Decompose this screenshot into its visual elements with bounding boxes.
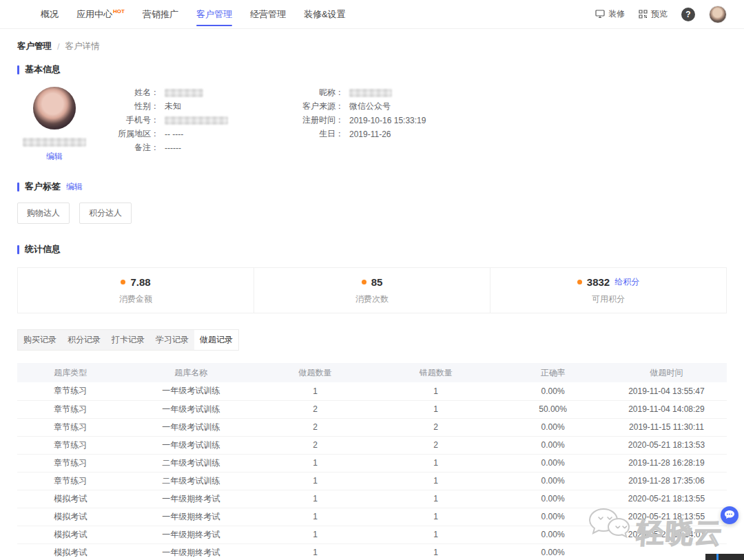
table-cell: 1 [258, 508, 372, 526]
tab-purchase-records[interactable]: 购买记录 [18, 330, 62, 350]
table-cell: 模拟考试 [17, 490, 124, 508]
field-label: 备注： [107, 142, 159, 154]
give-points-link[interactable]: 给积分 [614, 276, 639, 288]
customer-tag: 积分达人 [79, 203, 132, 224]
top-navbar: 概况应用中心HOT营销推广客户管理经营管理装修&设置 装修 预览 ? [0, 0, 744, 29]
table-header-cell: 题库类型 [17, 363, 124, 382]
table-cell: 1 [258, 382, 372, 400]
table-cell: 章节练习 [17, 382, 124, 400]
table-cell: 1 [372, 472, 499, 490]
field-row: 生日：2019-11-26 [291, 129, 519, 138]
edit-tags-link[interactable]: 编辑 [66, 181, 83, 193]
stat-label: 可用积分 [592, 293, 625, 305]
tag-row: 购物达人积分达人 [17, 203, 727, 224]
hot-badge: HOT [113, 8, 125, 14]
field-label: 手机号： [107, 114, 159, 126]
field-value: -- ---- [165, 129, 183, 139]
help-button[interactable]: ? [681, 8, 695, 21]
stat-item: 85消费次数 [254, 268, 490, 313]
tab-study-records[interactable]: 学习记录 [150, 330, 194, 350]
table-cell: 2019-11-04 14:08:29 [606, 400, 727, 418]
table-header-cell: 错题数量 [372, 363, 499, 382]
table-cell: 2020-05-21 18:13:55 [606, 490, 727, 508]
edit-profile-link[interactable]: 编辑 [46, 151, 63, 163]
field-label: 昵称： [291, 87, 344, 98]
table-cell: 1 [372, 400, 499, 418]
table-cell: 0.00% [499, 436, 606, 454]
corner-bar-progress-tick [716, 554, 719, 560]
table-cell: 一年级考试训练 [124, 418, 259, 436]
redacted-value [165, 89, 203, 97]
preview-label: 预览 [651, 8, 668, 20]
nav-item-business-management[interactable]: 经营管理 [250, 0, 286, 30]
breadcrumb-separator: / [57, 42, 59, 52]
table-cell: 2020-05-21 18:13:55 [606, 508, 727, 526]
table-cell: 1 [372, 382, 499, 400]
nav-item-customer-management[interactable]: 客户管理 [196, 0, 232, 30]
table-cell: 2 [258, 436, 372, 454]
field-row: 性别：未知 [107, 102, 291, 111]
field-value: 微信公众号 [349, 101, 391, 112]
table-cell: 2 [258, 400, 372, 418]
statistics-title-text: 统计信息 [25, 243, 61, 256]
preview-button[interactable]: 预览 [639, 8, 668, 20]
nav-item-decorate-settings[interactable]: 装修&设置 [304, 0, 346, 30]
main-nav: 概况应用中心HOT营销推广客户管理经营管理装修&设置 [41, 0, 346, 30]
tab-checkin-records[interactable]: 打卡记录 [106, 330, 150, 350]
table-cell: 1 [258, 454, 372, 472]
orange-dot-icon [577, 280, 582, 284]
table-cell: 1 [258, 526, 372, 543]
stat-value-row: 7.88 [121, 276, 150, 288]
table-cell: 一年级考试训练 [124, 400, 259, 418]
basic-info-block: 编辑 姓名：性别：未知手机号：所属地区：-- ----备注：------ 昵称：… [17, 87, 727, 163]
field-label: 生日： [291, 128, 344, 140]
field-row: 客户来源：微信公众号 [291, 102, 519, 111]
table-cell: 1 [258, 472, 372, 490]
table-cell: 2019-11-28 17:35:06 [606, 472, 727, 490]
field-value: 未知 [165, 101, 181, 112]
table-cell: 一年级期终考试 [124, 490, 259, 508]
field-label: 注册时间： [291, 114, 344, 126]
statistics-title: 统计信息 [17, 243, 727, 256]
table-cell: 1 [372, 543, 499, 560]
table-cell: 模拟考试 [17, 526, 124, 543]
field-row: 所属地区：-- ---- [107, 129, 291, 138]
customer-avatar-column: 编辑 [17, 87, 92, 163]
stat-item: 3832给积分可用积分 [490, 268, 726, 313]
table-header-cell: 正确率 [499, 363, 606, 382]
nav-item-overview[interactable]: 概况 [41, 0, 59, 30]
table-cell: 0.00% [499, 382, 606, 400]
table-cell: 2 [372, 418, 499, 436]
field-label: 性别： [107, 101, 159, 112]
chat-bubble-button[interactable] [721, 506, 738, 524]
customer-tag: 购物达人 [17, 203, 70, 224]
table-cell: 2020-05-21 18:14:01 [606, 526, 727, 543]
tab-points-records[interactable]: 积分记录 [62, 330, 106, 350]
table-cell: 1 [258, 490, 372, 508]
breadcrumb-customer-management[interactable]: 客户管理 [17, 41, 52, 52]
stat-value: 85 [371, 276, 383, 288]
monitor-icon [595, 10, 605, 19]
table-row: 模拟考试一年级期终考试110.00%2020-05-21 18:13:55 [17, 508, 727, 526]
navbar-right: 装修 预览 ? [595, 6, 727, 23]
qrcode-icon [639, 10, 648, 19]
table-row: 章节练习一年级考试训练2150.00%2019-11-04 14:08:29 [17, 400, 727, 418]
table-row: 章节练习一年级考试训练220.00%2019-11-15 11:30:11 [17, 418, 727, 436]
table-cell: 0.00% [499, 508, 606, 526]
stat-value-row: 85 [362, 276, 383, 288]
table-cell: 0.00% [499, 472, 606, 490]
user-avatar[interactable] [709, 6, 727, 23]
field-label: 所属地区： [107, 128, 159, 140]
table-row: 模拟考试一年级期终考试110.00% [17, 543, 727, 560]
decorate-button[interactable]: 装修 [595, 8, 625, 20]
redacted-customer-name [23, 138, 86, 147]
table-cell: 2019-11-15 11:30:11 [606, 418, 727, 436]
table-cell: 0.00% [499, 418, 606, 436]
nav-item-marketing-promotion[interactable]: 营销推广 [143, 0, 178, 30]
table-cell: 1 [372, 526, 499, 543]
nav-item-app-center[interactable]: 应用中心HOT [76, 0, 125, 30]
tab-quiz-records[interactable]: 做题记录 [194, 330, 238, 350]
field-label: 客户来源： [291, 101, 344, 112]
table-row: 章节练习二年级考试训练110.00%2019-11-28 17:35:06 [17, 472, 727, 490]
table-cell: 章节练习 [17, 400, 124, 418]
